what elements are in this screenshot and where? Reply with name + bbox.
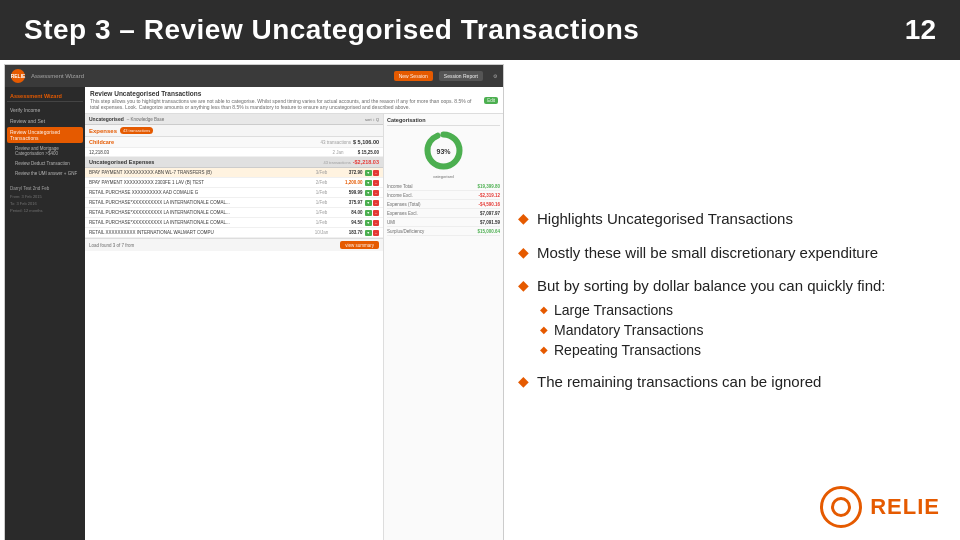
amount-value-6: $15,000.64 bbox=[477, 229, 500, 234]
amount-value-2: -$2,319.12 bbox=[478, 193, 500, 198]
mock-topbar-label: Assessment Wizard bbox=[31, 73, 84, 79]
mock-content-area: Uncategorised – Knowledge Base sort ↕ Q … bbox=[85, 114, 503, 540]
logo-inner-circle bbox=[831, 497, 851, 517]
mock-filter-sublabel: – Knowledge Base bbox=[127, 117, 165, 122]
mock-childcare-desc: 12,218.03 bbox=[89, 150, 325, 155]
row-btn-green-3[interactable]: ▼ bbox=[365, 190, 372, 196]
list-item: Income Excl. -$2,319.12 bbox=[387, 191, 500, 200]
row-btn-green-2[interactable]: ▼ bbox=[365, 180, 372, 186]
row-desc-4: RETAIL PURCHASE*XXXXXXXXXX LA INTERNATIO… bbox=[89, 200, 309, 205]
mock-uncat-amount: -$2,218.03 bbox=[353, 159, 379, 165]
row-buttons-4: ▼ – bbox=[365, 200, 379, 206]
row-btn-red-6[interactable]: – bbox=[373, 220, 379, 226]
sidebar-item-5[interactable]: Review Deduct Transaction bbox=[7, 159, 83, 168]
row-btn-red-1[interactable]: – bbox=[373, 170, 379, 176]
mock-ui: RELIE Assessment Wizard New Session Sess… bbox=[5, 65, 503, 540]
row-amount-7: 183.70 bbox=[335, 230, 363, 235]
logo-circle bbox=[820, 486, 862, 528]
mock-main-subtitle: This step allows you to highlight transa… bbox=[90, 98, 480, 110]
row-desc-1: BPAY PAYMENT XXXXXXXXXX ABN WL-7 TRANSFE… bbox=[89, 170, 309, 175]
slide-number: 12 bbox=[905, 14, 936, 46]
table-row: BPAY PAYMENT XXXXXXXXXX 2303FE 1 LAV (B)… bbox=[85, 178, 383, 188]
row-btn-green-7[interactable]: ▼ bbox=[365, 230, 372, 236]
row-btn-red-2[interactable]: – bbox=[373, 180, 379, 186]
list-item: Surplus/Deficiency $15,000.64 bbox=[387, 227, 500, 236]
mock-logo: RELIE bbox=[11, 69, 25, 83]
row-desc-2: BPAY PAYMENT XXXXXXXXXX 2303FE 1 LAV (B)… bbox=[89, 180, 309, 185]
mock-right-panel: Categorisation bbox=[383, 114, 503, 540]
mock-childcare-date: 2 Jan bbox=[327, 150, 349, 155]
sidebar-item-3[interactable]: Review Uncategorised Transactions bbox=[7, 127, 83, 143]
bullet-item-1: ◆ Highlights Uncategorised Transactions bbox=[518, 209, 940, 229]
slide-header: Step 3 – Review Uncategorised Transactio… bbox=[0, 0, 960, 60]
list-item: Income Total $19,399.80 bbox=[387, 182, 500, 191]
amount-value-5: $7,091.59 bbox=[480, 220, 500, 225]
bullet-text-4: The remaining transactions can be ignore… bbox=[537, 372, 821, 392]
row-btn-red-7[interactable]: – bbox=[373, 230, 379, 236]
mock-donut-chart: 93% bbox=[421, 128, 466, 173]
mock-filter-bar: Uncategorised – Knowledge Base sort ↕ Q bbox=[85, 114, 383, 125]
sidebar-item-4[interactable]: Review and Mortgage Categorisation >$400 bbox=[7, 144, 83, 158]
sub-bullet-text-2: Mandatory Transactions bbox=[554, 322, 703, 338]
sidebar-item-2[interactable]: Review and Set bbox=[7, 116, 83, 126]
table-row: BPAY PAYMENT XXXXXXXXXX ABN WL-7 TRANSFE… bbox=[85, 168, 383, 178]
bullet-diamond-icon-1: ◆ bbox=[518, 210, 529, 226]
sub-bullet-icon-1: ◆ bbox=[540, 304, 548, 315]
mock-new-session-btn[interactable]: New Session bbox=[394, 71, 433, 81]
mock-expenses-header: Expenses 43 transactions bbox=[85, 125, 383, 137]
row-buttons-2: ▼ – bbox=[365, 180, 379, 186]
mock-main-title-area: Review Uncategorised Transactions This s… bbox=[90, 90, 480, 110]
amount-value-4: $7,097.97 bbox=[480, 211, 500, 216]
row-btn-red-5[interactable]: – bbox=[373, 210, 379, 216]
row-btn-green-1[interactable]: ▼ bbox=[365, 170, 372, 176]
amount-value-1: $19,399.80 bbox=[477, 184, 500, 189]
mock-uncat-amount-area: 43 transactions -$2,218.03 bbox=[324, 159, 379, 165]
sidebar-item-1[interactable]: Verify Income bbox=[7, 105, 83, 115]
sidebar-item-6[interactable]: Review the UMI answer + GNF bbox=[7, 169, 83, 178]
mock-session-report-btn[interactable]: Session Report bbox=[439, 71, 483, 81]
mock-amount-list: Income Total $19,399.80 Income Excl. -$2… bbox=[387, 182, 500, 236]
row-btn-red-3[interactable]: – bbox=[373, 190, 379, 196]
mock-childcare-header: Childcare 43 transactions $ 5,106.00 bbox=[85, 137, 383, 148]
mock-view-summary-btn[interactable]: view summary bbox=[340, 241, 379, 249]
row-desc-7: RETAIL XXXXXXXXXX INTERNATIONAL WALMART … bbox=[89, 230, 309, 235]
sub-bullets: ◆ Large Transactions ◆ Mandatory Transac… bbox=[540, 302, 940, 358]
mock-uncat-title: Uncategorised Expenses bbox=[89, 159, 154, 165]
mock-childcare-label: 43 transactions bbox=[320, 140, 351, 145]
mock-bottom-bar: Load found 3 of 7 from view summary bbox=[85, 238, 383, 251]
mock-childcare-title: Childcare bbox=[89, 139, 114, 145]
bullet-text-3: But by sorting by dollar balance you can… bbox=[537, 276, 886, 296]
slide-content: RELIE Assessment Wizard New Session Sess… bbox=[0, 60, 960, 540]
row-date-6: 1/Feb bbox=[311, 220, 333, 225]
row-date-3: 1/Feb bbox=[311, 190, 333, 195]
row-amount-3: 599.99 bbox=[335, 190, 363, 195]
mock-date-range: From: 3 Feb 2015 bbox=[7, 193, 83, 200]
amount-label-3: Expenses (Total) bbox=[387, 202, 421, 207]
row-date-4: 1/Feb bbox=[311, 200, 333, 205]
row-btn-green-5[interactable]: ▼ bbox=[365, 210, 372, 216]
mock-main-header: Review Uncategorised Transactions This s… bbox=[85, 87, 503, 114]
mock-transaction-list: Uncategorised – Knowledge Base sort ↕ Q … bbox=[85, 114, 383, 540]
row-btn-red-4[interactable]: – bbox=[373, 200, 379, 206]
table-row: RETAIL PURCHASE XXXXXXXXXX AAD COMALIE G… bbox=[85, 188, 383, 198]
sub-bullet-icon-2: ◆ bbox=[540, 324, 548, 335]
mock-body: Assessment Wizard Verify Income Review a… bbox=[5, 87, 503, 540]
row-date-7: 10/Jan bbox=[311, 230, 333, 235]
donut-percentage: 93% bbox=[436, 147, 450, 154]
mock-period: Period: 12 months bbox=[7, 207, 83, 214]
row-buttons-1: ▼ – bbox=[365, 170, 379, 176]
row-btn-green-6[interactable]: ▼ bbox=[365, 220, 372, 226]
row-buttons-3: ▼ – bbox=[365, 190, 379, 196]
mock-categorisation-title: Categorisation bbox=[387, 117, 500, 126]
row-amount-6: 94.50 bbox=[335, 220, 363, 225]
list-item: UMI $7,091.59 bbox=[387, 218, 500, 227]
row-amount-4: 375.97 bbox=[335, 200, 363, 205]
bullet-diamond-icon-4: ◆ bbox=[518, 373, 529, 389]
table-row: RETAIL PURCHASE*XXXXXXXXXX LA INTERNATIO… bbox=[85, 218, 383, 228]
screenshot-panel: RELIE Assessment Wizard New Session Sess… bbox=[4, 64, 504, 540]
sub-bullet-1: ◆ Large Transactions bbox=[540, 302, 940, 318]
row-btn-green-4[interactable]: ▼ bbox=[365, 200, 372, 206]
sub-bullet-icon-3: ◆ bbox=[540, 344, 548, 355]
mock-sidebar-extra: Darryl Test 2nd Feb From: 3 Feb 2015 To:… bbox=[7, 184, 83, 214]
bullet-item-4: ◆ The remaining transactions can be igno… bbox=[518, 372, 940, 392]
